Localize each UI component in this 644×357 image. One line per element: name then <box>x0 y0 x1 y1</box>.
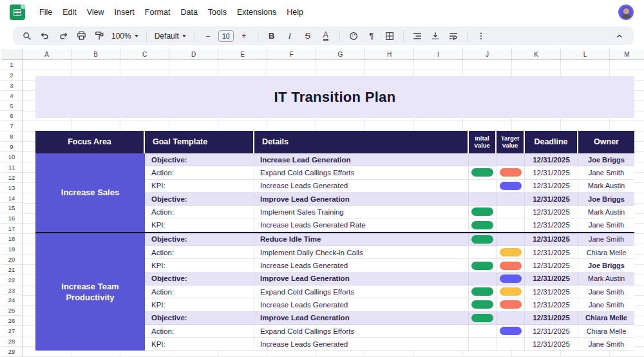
column-header-d[interactable]: D <box>169 49 218 59</box>
fill-color-button[interactable] <box>346 28 361 44</box>
target-value-cell[interactable] <box>497 193 525 205</box>
sheet-grid[interactable]: IT Transition Plan Focus AreaGoal Templa… <box>23 60 644 357</box>
deadline-cell[interactable]: 12/31/2025 <box>525 218 578 231</box>
zoom-select[interactable]: 100% <box>109 28 140 44</box>
owner-cell[interactable]: Jane Smith <box>578 285 634 298</box>
column-header-e[interactable]: E <box>218 49 267 59</box>
target-value-cell[interactable] <box>497 153 525 166</box>
goal-label-cell[interactable]: KPI: <box>145 338 254 350</box>
menu-extensions[interactable]: Extensions <box>232 5 281 19</box>
deadline-cell[interactable]: 12/31/2025 <box>525 259 578 271</box>
column-header-c[interactable]: C <box>120 49 169 59</box>
title-banner[interactable]: IT Transition Plan <box>35 76 634 118</box>
search-button[interactable] <box>19 28 35 44</box>
row-header-10[interactable]: 10 <box>1 152 22 162</box>
row-header-19[interactable]: 19 <box>1 244 22 255</box>
detail-cell[interactable]: Increase Leads Generated Rate <box>254 218 469 231</box>
target-value-cell[interactable] <box>497 259 525 271</box>
row-header-24[interactable]: 24 <box>1 295 22 305</box>
column-header-m[interactable]: M <box>610 49 644 59</box>
print-button[interactable] <box>73 28 89 44</box>
initial-value-cell[interactable] <box>469 338 497 350</box>
deadline-cell[interactable]: 12/31/2025 <box>525 285 578 298</box>
row-header-22[interactable]: 22 <box>1 275 22 285</box>
owner-cell[interactable]: Mark Austin <box>578 273 634 285</box>
italic-button[interactable]: I <box>282 28 298 44</box>
menu-file[interactable]: File <box>35 5 57 19</box>
target-value-cell[interactable] <box>497 246 525 258</box>
target-value-cell[interactable] <box>497 298 525 311</box>
menu-edit[interactable]: Edit <box>58 5 81 19</box>
increase-font-button[interactable]: + <box>236 28 252 44</box>
column-header-k[interactable]: K <box>512 49 561 59</box>
target-value-cell[interactable] <box>497 206 525 218</box>
detail-cell[interactable]: Increase Leads Generated <box>254 259 469 271</box>
owner-cell[interactable]: Jane Smith <box>578 233 634 246</box>
initial-value-cell[interactable] <box>469 206 497 218</box>
borders-button[interactable] <box>382 28 397 44</box>
row-header-8[interactable]: 8 <box>1 131 22 142</box>
goal-label-cell[interactable]: Objective: <box>145 312 254 324</box>
goal-label-cell[interactable]: KPI: <box>145 298 254 311</box>
goal-label-cell[interactable]: Objective: <box>145 193 254 205</box>
initial-value-cell[interactable] <box>469 285 497 298</box>
target-value-cell[interactable] <box>497 338 525 350</box>
font-size-input[interactable]: 10 <box>218 30 234 42</box>
focus-area-cell[interactable]: Increase Sales <box>35 153 145 232</box>
goal-label-cell[interactable]: KPI: <box>145 218 254 231</box>
row-header-3[interactable]: 3 <box>1 81 22 91</box>
detail-cell[interactable]: Improve Lead Generation <box>254 193 469 205</box>
text-color-button[interactable]: A <box>318 28 334 44</box>
deadline-cell[interactable]: 12/31/2025 <box>525 298 578 311</box>
initial-value-cell[interactable] <box>469 233 497 246</box>
text-wrap-button[interactable] <box>446 28 461 44</box>
row-header-4[interactable]: 4 <box>1 91 22 101</box>
column-header-g[interactable]: G <box>316 49 365 59</box>
row-header-2[interactable]: 2 <box>1 70 22 81</box>
deadline-cell[interactable]: 12/31/2025 <box>525 338 578 350</box>
target-value-cell[interactable] <box>497 218 525 231</box>
owner-cell[interactable]: Chiara Melle <box>578 246 634 258</box>
horizontal-align-button[interactable] <box>410 28 425 44</box>
detail-cell[interactable]: Improve Lead Generation <box>254 312 469 324</box>
column-header-a[interactable]: A <box>23 49 71 59</box>
initial-value-cell[interactable] <box>469 298 497 311</box>
row-header-9[interactable]: 9 <box>1 142 22 152</box>
initial-value-cell[interactable] <box>469 259 497 271</box>
vertical-align-button[interactable] <box>428 28 443 44</box>
menu-tools[interactable]: Tools <box>204 5 231 19</box>
owner-cell[interactable]: Joe Briggs <box>578 153 634 166</box>
row-header-28[interactable]: 28 <box>1 336 22 347</box>
column-header-f[interactable]: F <box>267 49 316 59</box>
target-value-cell[interactable] <box>497 285 525 298</box>
deadline-cell[interactable]: 12/31/2025 <box>525 206 578 218</box>
detail-cell[interactable]: Expand Cold Callings Efforts <box>254 325 469 337</box>
target-value-cell[interactable] <box>497 312 525 324</box>
detail-cell[interactable]: Increase Leads Generated <box>254 338 469 350</box>
owner-cell[interactable]: Jane Smith <box>578 298 634 311</box>
menu-view[interactable]: View <box>82 5 109 19</box>
row-header-27[interactable]: 27 <box>1 326 22 336</box>
detail-cell[interactable]: Improve Lead Generation <box>254 273 469 285</box>
initial-value-cell[interactable] <box>469 273 497 285</box>
menu-data[interactable]: Data <box>176 5 202 19</box>
initial-value-cell[interactable] <box>469 180 497 192</box>
deadline-cell[interactable]: 12/31/2025 <box>525 180 578 192</box>
deadline-cell[interactable]: 12/31/2025 <box>525 166 578 179</box>
target-value-cell[interactable] <box>497 233 525 246</box>
row-header-5[interactable]: 5 <box>1 101 22 111</box>
focus-area-cell[interactable]: Increase Team Productivity <box>35 233 145 351</box>
deadline-cell[interactable]: 12/31/2025 <box>525 246 578 258</box>
initial-value-cell[interactable] <box>469 193 497 205</box>
detail-cell[interactable]: Implement Sales Training <box>254 206 469 218</box>
goal-label-cell[interactable]: Objective: <box>145 233 254 246</box>
goal-label-cell[interactable]: Action: <box>145 206 254 218</box>
detail-cell[interactable]: Increase Lead Generation <box>254 153 469 166</box>
owner-cell[interactable]: Jane Smith <box>578 218 634 231</box>
owner-cell[interactable]: Mark Austin <box>578 206 634 218</box>
bold-button[interactable]: B <box>264 28 279 44</box>
detail-cell[interactable]: Implement Daily Check-in Calls <box>254 246 469 258</box>
row-header-14[interactable]: 14 <box>1 193 22 204</box>
owner-cell[interactable]: Chiara Melle <box>578 325 634 337</box>
strikethrough-button[interactable]: S <box>300 28 316 44</box>
